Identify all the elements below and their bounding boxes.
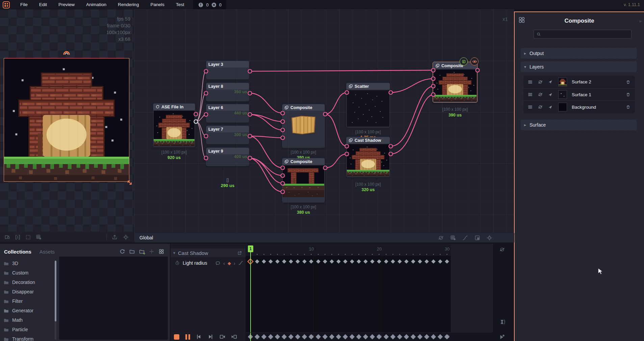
node-scatter[interactable]: Scatter [100 x 100 px] 1.35 ms [346, 83, 390, 128]
layer-row-surface-1[interactable]: Surface 1 [523, 88, 635, 101]
next-keyframe-icon[interactable]: › [234, 260, 235, 266]
keyframe-diamond[interactable] [289, 259, 293, 264]
node-ase-file-in[interactable]: ASE File In [100 x 100 px] 920 us [153, 103, 195, 147]
keyframe-diamond[interactable] [424, 259, 429, 264]
timeline-group-row[interactable]: ▾ Cast Shadow [171, 248, 246, 257]
node-layer-9[interactable]: Layer 9 400 us [206, 148, 249, 166]
onion-skin-arc-icon[interactable] [62, 50, 71, 55]
keyframe-diamond[interactable] [350, 259, 354, 264]
folder-disappear[interactable]: Disappear [0, 287, 54, 296]
resize-handle-icon[interactable] [126, 179, 133, 186]
keyframe-diamond-icon[interactable]: ◆ [228, 261, 231, 266]
keyframe-diamond[interactable] [397, 259, 402, 264]
drag-handle-icon[interactable] [527, 92, 533, 97]
menu-rendering[interactable]: Rendering [112, 0, 145, 9]
keyframe-diamond[interactable] [363, 259, 368, 264]
playhead[interactable]: 1 [248, 245, 253, 252]
goto-node-icon[interactable] [548, 79, 553, 84]
drag-handle-icon[interactable] [527, 79, 533, 85]
frame-bounds-icon[interactable] [25, 234, 31, 240]
keyframe-diamond[interactable] [316, 259, 320, 264]
grid-settings-icon[interactable] [450, 235, 456, 241]
add-folder-button[interactable] [139, 248, 145, 255]
keyframe-diamond[interactable] [445, 259, 449, 264]
keyframe-diamond[interactable] [384, 259, 388, 264]
notification-counters[interactable]: 0 0 [193, 0, 226, 9]
folder-filter[interactable]: Filter [0, 296, 54, 306]
node-layer-7[interactable]: Layer 7 300 us [206, 126, 249, 144]
folder-transform[interactable]: Transform [0, 334, 54, 341]
folder-3d[interactable]: 3D [0, 259, 54, 268]
curve-icon[interactable] [462, 235, 468, 241]
drag-handle-icon[interactable] [527, 104, 533, 110]
menu-file[interactable]: File [15, 0, 33, 9]
layer-row-surface-2[interactable]: Surface 2 [523, 76, 635, 88]
tab-assets[interactable]: Assets [40, 249, 55, 255]
layer-row-background[interactable]: Background [523, 101, 635, 113]
keyframe-diamond[interactable] [309, 259, 314, 264]
keyframe-diamond[interactable] [431, 259, 436, 264]
keyframe-diamond[interactable] [262, 259, 266, 264]
menu-animation[interactable]: Animation [80, 0, 112, 9]
split-view-icon[interactable] [15, 234, 21, 240]
panel-collapse-icon[interactable]: ▸ [640, 18, 642, 24]
external-link-icon[interactable] [237, 251, 242, 256]
folder-generator[interactable]: Generator [0, 306, 54, 315]
node-cast-shadow[interactable]: Cast Shadow [100 x 100 px] 320 us [346, 137, 390, 177]
preview-canvas[interactable] [4, 58, 129, 182]
loop-icon[interactable] [215, 260, 221, 266]
view-grid-icon[interactable] [158, 248, 164, 255]
keyframe-diamond[interactable] [275, 259, 280, 264]
keyframe-diamond[interactable] [255, 259, 259, 264]
folder-math[interactable]: Math [0, 315, 54, 325]
next-frame-button[interactable] [231, 334, 237, 340]
menu-panels[interactable]: Panels [145, 0, 170, 9]
keyframe-diamond[interactable] [438, 259, 442, 264]
delete-layer-icon[interactable] [625, 104, 631, 110]
keyframe-diamond[interactable] [370, 259, 375, 264]
keyframe-diamond[interactable] [302, 259, 307, 264]
curve-editor-icon[interactable] [238, 260, 243, 266]
section-layers[interactable]: ▾ Layers [521, 61, 637, 72]
visibility-icon[interactable] [538, 104, 543, 110]
pause-button[interactable] [185, 334, 190, 340]
stop-button[interactable] [174, 334, 179, 340]
wait-render-icon[interactable] [499, 319, 506, 325]
visibility-icon[interactable] [499, 246, 505, 253]
folder-particle[interactable]: Particle [0, 325, 54, 334]
minimap-icon[interactable] [474, 235, 481, 241]
node-composite-1[interactable]: Composite [100 x 100 px] 390 us [282, 104, 325, 148]
timeline-property-row[interactable]: Light radius ‹ ◆ › [171, 259, 246, 267]
menu-edit[interactable]: Edit [33, 0, 53, 9]
center-view-icon[interactable] [123, 234, 129, 240]
tab-collections[interactable]: Collections [4, 249, 31, 255]
visibility-icon[interactable] [538, 79, 543, 85]
lock-frame-icon[interactable] [4, 234, 10, 240]
folder-custom[interactable]: Custom [0, 268, 54, 278]
collections-content-area[interactable] [59, 257, 168, 340]
inspect-badge[interactable] [460, 57, 468, 65]
node-layer-3[interactable]: Layer 3 [206, 61, 249, 79]
chevron-down-icon[interactable]: ▾ [173, 251, 175, 255]
keyframe-diamond[interactable] [282, 259, 286, 264]
grid-settings-icon[interactable] [35, 234, 42, 240]
visibility-icon[interactable] [438, 235, 444, 241]
delete-layer-icon[interactable] [625, 92, 631, 97]
node-layer-6[interactable]: Layer 6 440 us [206, 104, 249, 123]
keyframe-diamond[interactable] [268, 259, 273, 264]
node-layer-8[interactable]: Layer 8 350 us [206, 83, 249, 101]
keyframe-diamond[interactable] [330, 259, 334, 264]
prev-frame-button[interactable] [219, 334, 226, 340]
keyframe-diamond[interactable] [391, 259, 395, 264]
keyframe-diamond[interactable] [357, 259, 361, 264]
add-icon[interactable] [149, 248, 155, 255]
center-view-icon[interactable] [486, 235, 493, 241]
inspector-search[interactable] [534, 30, 632, 38]
folder-icon[interactable] [129, 248, 135, 255]
node-composite-output[interactable]: Composite [100 x 100 px] 390 us [433, 62, 478, 103]
menu-preview[interactable]: Preview [53, 0, 80, 9]
app-logo-icon[interactable] [3, 1, 10, 8]
menu-test[interactable]: Test [170, 0, 190, 9]
goto-node-icon[interactable] [548, 92, 553, 97]
visibility-icon[interactable] [538, 92, 543, 97]
